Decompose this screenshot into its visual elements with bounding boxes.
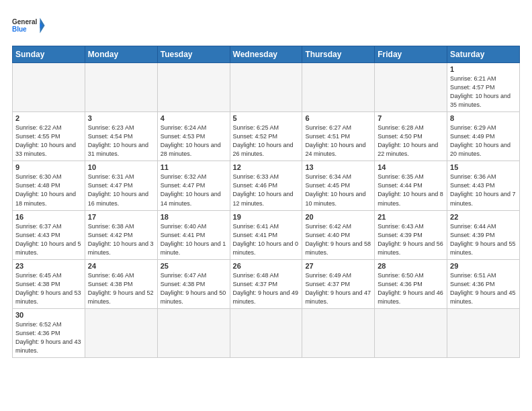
calendar-cell <box>375 63 447 112</box>
day-info: Sunrise: 6:44 AM Sunset: 4:39 PM Dayligh… <box>450 222 517 257</box>
day-info: Sunrise: 6:46 AM Sunset: 4:38 PM Dayligh… <box>88 271 154 306</box>
day-number: 30 <box>15 311 82 319</box>
calendar-cell: 6Sunrise: 6:27 AM Sunset: 4:51 PM Daylig… <box>302 112 375 161</box>
day-info: Sunrise: 6:24 AM Sunset: 4:53 PM Dayligh… <box>161 124 227 158</box>
day-number: 1 <box>450 65 517 73</box>
calendar-cell: 11Sunrise: 6:32 AM Sunset: 4:47 PM Dayli… <box>157 161 230 210</box>
header-tuesday: Tuesday <box>157 46 230 63</box>
calendar-week-row: 9Sunrise: 6:30 AM Sunset: 4:48 PM Daylig… <box>13 161 520 210</box>
calendar-cell <box>447 308 520 357</box>
day-info: Sunrise: 6:52 AM Sunset: 4:36 PM Dayligh… <box>15 320 82 355</box>
day-number: 4 <box>161 114 227 122</box>
calendar-cell <box>230 308 302 357</box>
calendar-cell: 18Sunrise: 6:40 AM Sunset: 4:41 PM Dayli… <box>157 210 230 259</box>
calendar-cell: 19Sunrise: 6:41 AM Sunset: 4:41 PM Dayli… <box>230 210 302 259</box>
day-info: Sunrise: 6:35 AM Sunset: 4:44 PM Dayligh… <box>378 173 444 208</box>
svg-text:General: General <box>12 18 37 26</box>
calendar-cell: 10Sunrise: 6:31 AM Sunset: 4:47 PM Dayli… <box>85 161 157 210</box>
calendar-week-row: 30Sunrise: 6:52 AM Sunset: 4:36 PM Dayli… <box>13 308 520 357</box>
day-info: Sunrise: 6:22 AM Sunset: 4:55 PM Dayligh… <box>15 124 82 158</box>
day-info: Sunrise: 6:21 AM Sunset: 4:57 PM Dayligh… <box>450 75 517 109</box>
day-number: 20 <box>305 213 371 221</box>
day-number: 11 <box>161 163 227 171</box>
day-number: 19 <box>233 213 300 221</box>
calendar-cell: 12Sunrise: 6:33 AM Sunset: 4:46 PM Dayli… <box>230 161 302 210</box>
header: General Blue <box>12 12 520 39</box>
svg-text:Blue: Blue <box>12 26 27 33</box>
day-info: Sunrise: 6:33 AM Sunset: 4:46 PM Dayligh… <box>233 173 300 208</box>
day-info: Sunrise: 6:40 AM Sunset: 4:41 PM Dayligh… <box>161 222 227 257</box>
day-info: Sunrise: 6:38 AM Sunset: 4:42 PM Dayligh… <box>88 222 154 257</box>
calendar-cell <box>302 63 375 112</box>
day-number: 5 <box>233 114 300 122</box>
calendar-cell: 30Sunrise: 6:52 AM Sunset: 4:36 PM Dayli… <box>13 308 85 357</box>
page: General Blue SundayMondayTuesdayWednesda… <box>0 0 532 411</box>
calendar-cell <box>302 308 375 357</box>
day-info: Sunrise: 6:30 AM Sunset: 4:48 PM Dayligh… <box>15 173 82 208</box>
header-thursday: Thursday <box>302 46 375 63</box>
calendar: SundayMondayTuesdayWednesdayThursdayFrid… <box>12 46 520 358</box>
day-info: Sunrise: 6:29 AM Sunset: 4:49 PM Dayligh… <box>450 124 517 158</box>
calendar-header-row: SundayMondayTuesdayWednesdayThursdayFrid… <box>13 46 520 63</box>
day-info: Sunrise: 6:32 AM Sunset: 4:47 PM Dayligh… <box>161 173 227 208</box>
day-number: 28 <box>378 262 444 270</box>
day-number: 7 <box>378 114 444 122</box>
day-number: 17 <box>88 213 154 221</box>
day-info: Sunrise: 6:37 AM Sunset: 4:43 PM Dayligh… <box>15 222 82 257</box>
day-number: 2 <box>15 114 82 122</box>
day-info: Sunrise: 6:41 AM Sunset: 4:41 PM Dayligh… <box>233 222 300 257</box>
calendar-cell: 29Sunrise: 6:51 AM Sunset: 4:36 PM Dayli… <box>447 259 520 308</box>
calendar-cell: 17Sunrise: 6:38 AM Sunset: 4:42 PM Dayli… <box>85 210 157 259</box>
day-number: 16 <box>15 213 82 221</box>
calendar-cell: 2Sunrise: 6:22 AM Sunset: 4:55 PM Daylig… <box>13 112 85 161</box>
day-info: Sunrise: 6:27 AM Sunset: 4:51 PM Dayligh… <box>305 124 371 158</box>
calendar-week-row: 16Sunrise: 6:37 AM Sunset: 4:43 PM Dayli… <box>13 210 520 259</box>
day-info: Sunrise: 6:34 AM Sunset: 4:45 PM Dayligh… <box>305 173 371 208</box>
calendar-cell <box>230 63 302 112</box>
day-info: Sunrise: 6:45 AM Sunset: 4:38 PM Dayligh… <box>15 271 82 306</box>
day-number: 27 <box>305 262 371 270</box>
day-info: Sunrise: 6:48 AM Sunset: 4:37 PM Dayligh… <box>233 271 300 306</box>
calendar-week-row: 2Sunrise: 6:22 AM Sunset: 4:55 PM Daylig… <box>13 112 520 161</box>
calendar-cell: 9Sunrise: 6:30 AM Sunset: 4:48 PM Daylig… <box>13 161 85 210</box>
day-number: 24 <box>88 262 154 270</box>
header-friday: Friday <box>375 46 447 63</box>
day-info: Sunrise: 6:36 AM Sunset: 4:43 PM Dayligh… <box>450 173 517 208</box>
day-number: 15 <box>450 163 517 171</box>
calendar-cell <box>157 63 230 112</box>
calendar-cell: 1Sunrise: 6:21 AM Sunset: 4:57 PM Daylig… <box>447 63 520 112</box>
day-info: Sunrise: 6:28 AM Sunset: 4:50 PM Dayligh… <box>378 124 444 158</box>
calendar-cell: 24Sunrise: 6:46 AM Sunset: 4:38 PM Dayli… <box>85 259 157 308</box>
calendar-cell: 5Sunrise: 6:25 AM Sunset: 4:52 PM Daylig… <box>230 112 302 161</box>
day-number: 10 <box>88 163 154 171</box>
header-sunday: Sunday <box>13 46 85 63</box>
calendar-week-row: 1Sunrise: 6:21 AM Sunset: 4:57 PM Daylig… <box>13 63 520 112</box>
day-info: Sunrise: 6:50 AM Sunset: 4:36 PM Dayligh… <box>378 271 444 306</box>
calendar-cell: 7Sunrise: 6:28 AM Sunset: 4:50 PM Daylig… <box>375 112 447 161</box>
day-number: 14 <box>378 163 444 171</box>
calendar-cell: 21Sunrise: 6:43 AM Sunset: 4:39 PM Dayli… <box>375 210 447 259</box>
day-number: 8 <box>450 114 517 122</box>
day-info: Sunrise: 6:31 AM Sunset: 4:47 PM Dayligh… <box>88 173 154 208</box>
day-info: Sunrise: 6:49 AM Sunset: 4:37 PM Dayligh… <box>305 271 371 306</box>
calendar-week-row: 23Sunrise: 6:45 AM Sunset: 4:38 PM Dayli… <box>13 259 520 308</box>
logo-svg: General Blue <box>12 12 46 39</box>
calendar-cell: 3Sunrise: 6:23 AM Sunset: 4:54 PM Daylig… <box>85 112 157 161</box>
day-number: 29 <box>450 262 517 270</box>
day-number: 25 <box>161 262 227 270</box>
calendar-cell: 22Sunrise: 6:44 AM Sunset: 4:39 PM Dayli… <box>447 210 520 259</box>
calendar-cell: 28Sunrise: 6:50 AM Sunset: 4:36 PM Dayli… <box>375 259 447 308</box>
calendar-cell: 27Sunrise: 6:49 AM Sunset: 4:37 PM Dayli… <box>302 259 375 308</box>
logo: General Blue <box>12 12 46 39</box>
header-monday: Monday <box>85 46 157 63</box>
day-number: 18 <box>161 213 227 221</box>
day-number: 3 <box>88 114 154 122</box>
calendar-cell <box>375 308 447 357</box>
calendar-cell <box>85 308 157 357</box>
calendar-cell: 15Sunrise: 6:36 AM Sunset: 4:43 PM Dayli… <box>447 161 520 210</box>
day-number: 21 <box>378 213 444 221</box>
calendar-cell <box>85 63 157 112</box>
header-wednesday: Wednesday <box>230 46 302 63</box>
day-number: 13 <box>305 163 371 171</box>
calendar-cell: 23Sunrise: 6:45 AM Sunset: 4:38 PM Dayli… <box>13 259 85 308</box>
